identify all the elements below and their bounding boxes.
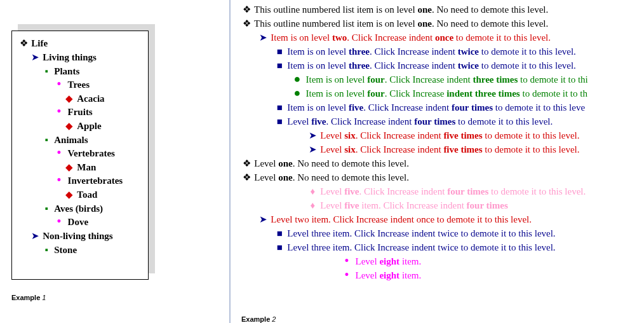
bullet-l1-icon: ❖	[241, 3, 252, 17]
tree-item-label: Non-living things	[43, 231, 112, 241]
example2-caption: Example 2	[241, 315, 276, 323]
bullet-level3-icon: ▪	[41, 133, 52, 146]
list-item: ● Item is on level four. Click Increase …	[241, 72, 644, 86]
list-item-text: Level five. Click Increase indent four t…	[287, 116, 553, 127]
list-item: • Level eight item.	[241, 254, 644, 268]
example1-box: ❖ Life➤ Living things▪ Plants• Trees◆ Ac…	[11, 31, 149, 280]
bullet-l6-icon: ■	[274, 226, 285, 240]
list-item-text: This outline numbered list item is on le…	[254, 4, 548, 15]
list-item-text: Level two item. Click Increase indent on…	[271, 214, 532, 224]
list-item: ● Item is on level four. Click Increase …	[241, 86, 644, 100]
bullet-level5-icon: ◆	[64, 92, 75, 105]
tree-item-label: Aves (birds)	[54, 203, 103, 214]
list-item-text: This outline numbered list item is on le…	[254, 18, 548, 29]
list-item: ❖ Level one. No need to demote this leve…	[241, 170, 644, 184]
list-item-text: Level five. Click Increase indent four t…	[320, 186, 586, 196]
bullet-l1-icon: ❖	[241, 17, 252, 31]
list-item-text: Level three item. Click Increase indent …	[287, 228, 555, 238]
tree-item: ◆ Man	[18, 160, 144, 174]
tree-item: ➤ Living things	[18, 50, 144, 64]
list-item: ➤ Item is on level two. Click Increase i…	[241, 31, 644, 45]
tree-item-label: Apple	[77, 121, 101, 131]
tree-item: ◆ Toad	[18, 188, 144, 202]
tree-item-label: Trees	[68, 79, 90, 90]
list-item-text: Level six. Click Increase indent five ti…	[320, 130, 579, 141]
list-item-text: Level eight item.	[356, 270, 422, 280]
tree-item: ➤ Non-living things	[18, 229, 144, 243]
list-item-text: Level three item. Click Increase indent …	[287, 242, 555, 252]
list-item: ❖ Level one. No need to demote this leve…	[241, 156, 644, 170]
tree-item: • Fruits	[18, 106, 144, 119]
bullet-level5-icon: ◆	[64, 188, 75, 201]
list-item-text: Item is on level two. Click Increase ind…	[271, 32, 551, 43]
bullet-level5-icon: ◆	[64, 160, 75, 174]
bullet-level5-icon: ◆	[64, 119, 75, 132]
list-item: ■ Level three item. Click Increase inden…	[241, 240, 644, 254]
tree-item: ◆ Acacia	[18, 92, 144, 106]
list-item: ♦ Level five. Click Increase indent four…	[241, 184, 644, 198]
tree-item-label: Animals	[54, 135, 88, 145]
list-item-text: Item is on level four. Click Increase in…	[306, 74, 588, 85]
vertical-divider	[230, 0, 231, 323]
bullet-level3-icon: ▪	[41, 64, 52, 78]
tree-item: • Vertebrates	[18, 147, 144, 160]
bullet-level3-icon: ▪	[41, 243, 52, 256]
bullet-l6-icon: ■	[274, 58, 285, 72]
bullet-l1-icon: ❖	[241, 170, 252, 184]
list-item-text: Level six. Click Increase indent five ti…	[320, 144, 579, 155]
tree-item-label: Life	[31, 38, 48, 48]
list-item: ■ Level three item. Click Increase inden…	[241, 226, 644, 240]
bullet-l6-icon: ■	[274, 100, 285, 114]
list-item-text: Item is on level four. Click Increase in…	[306, 88, 587, 99]
list-item-text: Item is on level three. Click Increase i…	[287, 46, 576, 57]
bullet-l1-icon: ❖	[241, 156, 252, 170]
list-item-text: Item is on level three. Click Increase i…	[287, 60, 576, 71]
list-item: ➤ Level six. Click Increase indent five …	[241, 142, 644, 156]
tree-item: ❖ Life	[18, 36, 144, 50]
tree-item: ▪ Stone	[18, 243, 144, 257]
list-item-text: Level five item. Click Increase indent f…	[320, 200, 507, 210]
tree-item: • Dove	[18, 216, 144, 229]
tree-item-label: Plants	[54, 66, 79, 76]
list-item: ■ Item is on level three. Click Increase…	[241, 58, 644, 72]
tree-item-label: Man	[77, 162, 96, 172]
bullet-level3-icon: ▪	[41, 202, 52, 215]
tree-item-label: Toad	[77, 189, 97, 200]
tree-item-label: Fruits	[68, 107, 93, 117]
tree-item: ▪ Animals	[18, 133, 144, 147]
tree-item: • Invertebrates	[18, 174, 144, 188]
bullet-l6-icon: ■	[274, 114, 285, 128]
tree-item: ◆ Apple	[18, 119, 144, 133]
tree-item-label: Stone	[54, 245, 77, 255]
bullet-level2-icon: ➤	[30, 50, 41, 64]
list-item: ❖ This outline numbered list item is on …	[241, 3, 644, 17]
bullet-l6-icon: ■	[274, 45, 285, 58]
list-item-text: Level one. No need to demote this level.	[254, 172, 409, 182]
list-item-text: Level one. No need to demote this level.	[254, 158, 409, 168]
bullet-level2-icon: ➤	[30, 229, 41, 242]
list-item: ■ Level five. Click Increase indent four…	[241, 114, 644, 128]
list-item: • Level eight item.	[241, 268, 644, 282]
bullet-l6-icon: ■	[274, 240, 285, 254]
bullet-l8-icon: ♦	[307, 184, 318, 198]
bullet-l2-icon: ➤	[258, 31, 269, 45]
tree-item-label: Living things	[43, 52, 97, 62]
bullet-l2-icon: ➤	[307, 142, 318, 156]
bullet-l8-icon: ♦	[307, 198, 318, 212]
list-item: ➤ Level two item. Click Increase indent …	[241, 212, 644, 226]
tree-item-label: Dove	[68, 217, 89, 227]
list-item-text: Level eight item.	[356, 256, 422, 266]
bullet-level1-icon: ❖	[18, 36, 29, 50]
list-item: ■ Item is on level five. Click Increase …	[241, 100, 644, 114]
list-item: ➤ Level six. Click Increase indent five …	[241, 128, 644, 142]
tree-item: • Trees	[18, 78, 144, 92]
example2-list: ❖ This outline numbered list item is on …	[241, 3, 644, 282]
list-item-text: Item is on level five. Click Increase in…	[287, 102, 585, 113]
bullet-l2-icon: ➤	[258, 212, 269, 226]
list-item: ■ Item is on level three. Click Increase…	[241, 45, 644, 58]
tree-item: ▪ Plants	[18, 64, 144, 78]
tree-item-label: Acacia	[77, 93, 104, 104]
bullet-l2-icon: ➤	[307, 128, 318, 142]
tree-item-label: Vertebrates	[68, 148, 115, 158]
list-item: ❖ This outline numbered list item is on …	[241, 17, 644, 31]
